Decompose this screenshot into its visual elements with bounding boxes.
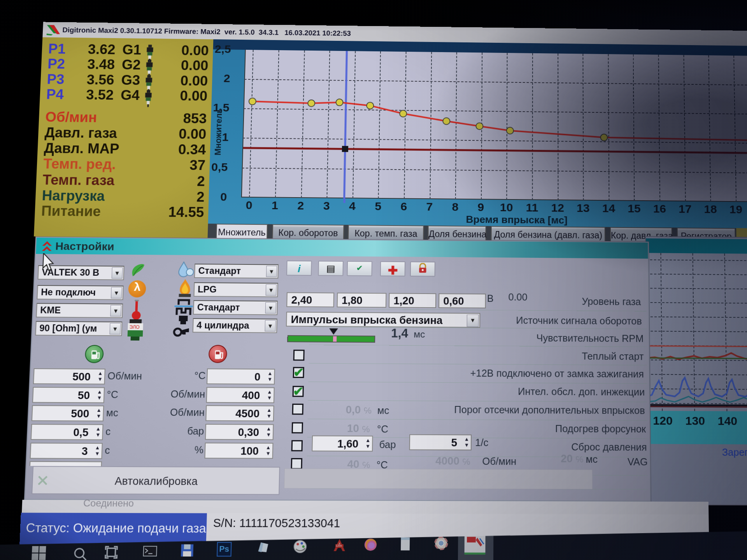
svg-text:ЭЛО: ЭЛО [129, 324, 140, 329]
svg-text:120x: 120x [336, 544, 342, 547]
